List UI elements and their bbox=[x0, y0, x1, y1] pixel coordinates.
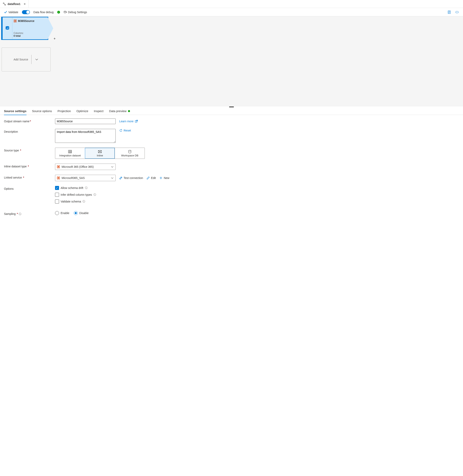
chevron-down-icon[interactable] bbox=[35, 57, 39, 61]
svg-point-1 bbox=[5, 4, 6, 5]
reset-button[interactable]: Reset bbox=[119, 129, 131, 132]
debug-settings-icon bbox=[64, 10, 67, 14]
database-icon bbox=[128, 150, 132, 154]
info-icon[interactable]: ⓘ bbox=[85, 186, 88, 190]
source-database-icon bbox=[5, 26, 10, 31]
inline-dataset-type-label: Inline dataset type * bbox=[4, 164, 52, 168]
info-icon[interactable]: ⓘ bbox=[94, 193, 96, 196]
debug-status-ok-icon: ✓ bbox=[57, 11, 60, 14]
debug-settings-button[interactable]: Debug Settings bbox=[64, 10, 87, 14]
tab-source-settings[interactable]: Source settings bbox=[4, 109, 27, 115]
info-icon[interactable]: ⓘ bbox=[82, 200, 85, 203]
tab-projection[interactable]: Projection bbox=[58, 109, 71, 115]
add-source-label: Add Source bbox=[14, 58, 28, 61]
source-type-label: Source type * bbox=[4, 148, 52, 152]
source-type-segmented: Integration dataset Inline Workspace DB bbox=[55, 148, 145, 159]
radio-unchecked-icon bbox=[55, 211, 59, 215]
connection-icon bbox=[119, 176, 122, 180]
source-columns-count: 0 total bbox=[14, 35, 46, 37]
table-icon bbox=[68, 150, 72, 154]
editor-tab-title: dataflow1 bbox=[8, 2, 20, 6]
code-view-icon[interactable] bbox=[455, 10, 459, 14]
tab-data-preview[interactable]: Data preview bbox=[109, 109, 130, 115]
sampling-label: Sampling * ⓘ bbox=[4, 211, 52, 216]
svg-rect-12 bbox=[58, 166, 59, 167]
linked-service-value: Microsoft365_SAS bbox=[62, 176, 85, 180]
source-node-title: M365Source bbox=[18, 19, 34, 23]
inline-dataset-type-value: Microsoft 365 (Office 365) bbox=[62, 165, 94, 168]
sampling-disable-radio[interactable]: Disable bbox=[74, 211, 89, 215]
source-type-integration-dataset[interactable]: Integration dataset bbox=[55, 148, 85, 159]
svg-rect-6 bbox=[15, 20, 16, 22]
inline-dataset-type-select[interactable]: Microsoft 365 (Office 365) bbox=[55, 164, 116, 170]
output-stream-name-input[interactable] bbox=[55, 119, 116, 124]
options-label: Options bbox=[4, 186, 52, 190]
radio-checked-icon bbox=[74, 211, 78, 215]
info-icon[interactable]: ⓘ bbox=[19, 212, 21, 215]
source-panel-tabs: Source settings Source options Projectio… bbox=[0, 107, 463, 115]
chevron-down-icon bbox=[111, 165, 114, 168]
svg-point-2 bbox=[64, 11, 66, 12]
svg-rect-7 bbox=[135, 120, 137, 122]
m365-icon bbox=[14, 19, 17, 23]
source-settings-form: Output stream name* Learn more Descripti… bbox=[0, 115, 211, 224]
infer-drifted-checkbox[interactable]: Infer drifted column types ⓘ bbox=[55, 193, 207, 197]
linked-service-select[interactable]: Microsoft365_SAS bbox=[55, 175, 116, 181]
checkbox-unchecked-icon bbox=[55, 193, 59, 197]
source-type-workspace-db[interactable]: Workspace DB bbox=[115, 148, 144, 159]
editor-tabbar: dataflow1 ● bbox=[0, 0, 463, 8]
debug-toggle[interactable] bbox=[22, 10, 30, 14]
script-view-icon[interactable] bbox=[447, 10, 451, 14]
tab-data-preview-label: Data preview bbox=[109, 109, 127, 113]
tab-optimize[interactable]: Optimize bbox=[76, 109, 88, 115]
editor-tab-dataflow1[interactable]: dataflow1 ● bbox=[0, 0, 29, 8]
dataflow-icon bbox=[3, 2, 6, 6]
tab-inspect[interactable]: Inspect bbox=[94, 109, 104, 115]
new-linked-service-button[interactable]: New bbox=[159, 176, 169, 180]
sampling-enable-radio[interactable]: Enable bbox=[55, 211, 69, 215]
add-source-button[interactable]: Add Source bbox=[2, 47, 51, 71]
checkbox-unchecked-icon bbox=[55, 200, 59, 203]
checkmark-icon bbox=[4, 10, 7, 14]
inline-icon bbox=[98, 150, 102, 154]
source-columns-label: Columns: bbox=[14, 32, 46, 35]
svg-point-0 bbox=[3, 3, 4, 4]
edit-icon bbox=[147, 176, 150, 180]
chevron-down-icon bbox=[111, 176, 114, 180]
debug-toggle-label: Data flow debug bbox=[34, 10, 54, 14]
dataflow-toolbar: Validate Data flow debug ✓ Debug Setting… bbox=[0, 8, 463, 16]
svg-point-10 bbox=[129, 150, 131, 151]
dataflow-canvas[interactable]: M365Source Columns: 0 total + Add Source bbox=[0, 16, 463, 106]
external-link-icon bbox=[135, 120, 138, 123]
node-add-step-button[interactable]: + bbox=[53, 37, 56, 41]
validate-schema-checkbox[interactable]: Validate schema ⓘ bbox=[55, 200, 207, 203]
validate-button[interactable]: Validate bbox=[4, 10, 18, 14]
svg-rect-8 bbox=[68, 150, 71, 153]
reset-icon bbox=[119, 129, 122, 132]
plus-icon bbox=[159, 176, 162, 180]
validate-label: Validate bbox=[8, 10, 18, 14]
edit-linked-service-button[interactable]: Edit bbox=[147, 176, 156, 180]
tab-source-options[interactable]: Source options bbox=[32, 109, 52, 115]
allow-schema-drift-checkbox[interactable]: ✓ Allow schema drift ⓘ bbox=[55, 186, 207, 190]
learn-more-link[interactable]: Learn more bbox=[119, 120, 138, 123]
m365-icon bbox=[57, 165, 60, 168]
checkbox-checked-icon: ✓ bbox=[55, 186, 59, 190]
test-connection-button[interactable]: Test connection bbox=[119, 176, 143, 180]
svg-rect-14 bbox=[58, 177, 59, 179]
dirty-indicator-icon: ● bbox=[24, 2, 26, 6]
output-stream-name-label: Output stream name* bbox=[4, 119, 52, 123]
description-input[interactable] bbox=[55, 129, 116, 143]
source-type-inline[interactable]: Inline bbox=[85, 148, 115, 159]
description-label: Description bbox=[4, 129, 52, 133]
data-preview-status-icon bbox=[128, 110, 130, 112]
linked-service-label: Linked service * bbox=[4, 175, 52, 179]
debug-settings-label: Debug Settings bbox=[68, 10, 87, 14]
m365-icon bbox=[57, 176, 60, 180]
source-node-m365[interactable]: M365Source Columns: 0 total + bbox=[2, 17, 48, 39]
